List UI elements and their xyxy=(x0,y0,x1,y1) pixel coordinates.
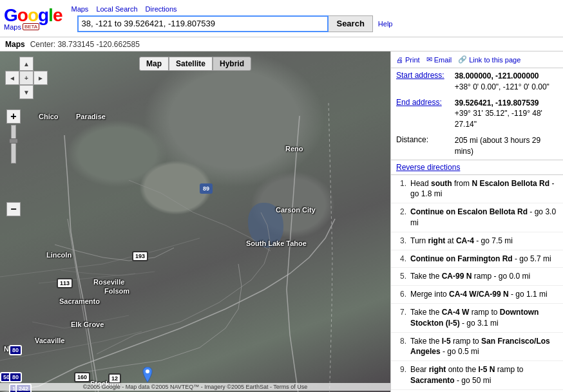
email-icon: ✉ xyxy=(426,55,432,64)
logo-maps: Maps BETA xyxy=(4,23,39,31)
step-text: Take the CA-99 N ramp - go 0.0 mi xyxy=(410,271,558,282)
step-text: Continue on Farmington Rd - go 5.7 mi xyxy=(410,254,558,265)
pan-west-button[interactable]: ◄ xyxy=(5,71,19,85)
search-input[interactable] xyxy=(77,15,329,32)
map-area[interactable]: ▲ ◄ + ► ▼ + − Map xyxy=(0,51,390,392)
distance-label: Distance: xyxy=(391,133,450,160)
reverse-directions-link[interactable]: Reverse directions xyxy=(391,160,563,175)
pan-east-button[interactable]: ► xyxy=(33,71,48,85)
pan-se-empty xyxy=(33,85,48,99)
logo-maps-text: Maps xyxy=(4,23,21,31)
step-text: Merge into CA-4 W/CA-99 N - go 1.1 mi xyxy=(410,289,558,300)
email-link[interactable]: ✉ Email xyxy=(426,55,452,64)
center-coords-value: 38.733145 -120.662585 xyxy=(57,40,139,49)
pan-south-button[interactable]: ▼ xyxy=(19,85,33,99)
map-canvas[interactable]: ▲ ◄ + ► ▼ + − Map xyxy=(0,51,390,392)
pan-grid: ▲ ◄ + ► ▼ xyxy=(5,57,48,99)
search-area: Search Help xyxy=(77,15,559,32)
panel-actions: 🖨 Print ✉ Email 🔗 Link to this page xyxy=(391,51,563,68)
map-pin-start xyxy=(142,367,153,382)
step-item: 8.Take the I-5 ramp to San Francisco/Los… xyxy=(391,333,563,362)
pan-ne-empty xyxy=(33,57,48,71)
end-address-value: 39.526421, -119.807539 +39° 31' 35.12", … xyxy=(450,95,563,133)
step-item: 1.Head south from N Escalon Bellota Rd -… xyxy=(391,175,563,204)
step-number: 5. xyxy=(396,271,406,282)
step-text: Turn right at CA-4 - go 7.5 mi xyxy=(410,236,558,247)
logo-g: G xyxy=(4,5,17,25)
zoom-in-button[interactable]: + xyxy=(6,109,21,124)
step-item: 3.Turn right at CA-4 - go 7.5 mi xyxy=(391,232,563,250)
center-label: Center: xyxy=(30,40,55,49)
main-content: ▲ ◄ + ► ▼ + − Map xyxy=(0,51,563,392)
step-item: 4.Continue on Farmington Rd - go 5.7 mi xyxy=(391,250,563,268)
zoom-out-button[interactable]: − xyxy=(6,202,21,216)
step-text: Bear right onto the I-5 N ramp to Sacram… xyxy=(410,364,558,386)
step-item: 9.Bear right onto the I-5 N ramp to Sacr… xyxy=(391,361,563,390)
pan-nw-empty xyxy=(5,57,19,71)
end-address-label[interactable]: End address: xyxy=(391,95,450,133)
map-type-map-button[interactable]: Map xyxy=(139,57,169,71)
start-address-label[interactable]: Start address: xyxy=(391,68,450,95)
center-coords: Center: 38.733145 -120.662585 xyxy=(30,40,140,49)
step-number: 6. xyxy=(396,289,406,300)
step-text: Take the CA-4 W ramp to Downtown Stockto… xyxy=(410,307,558,329)
steps-list: 1.Head south from N Escalon Bellota Rd -… xyxy=(391,175,563,392)
header: Google Maps BETA Maps Local Search Direc… xyxy=(0,0,563,37)
logo-l: l xyxy=(48,5,53,25)
hwy-shield-80b: 80 xyxy=(9,372,22,382)
zoom-controls: + − xyxy=(6,109,21,216)
hwy-shield-193: 193 xyxy=(132,251,148,261)
start-address-row: Start address: 38.000000, -121.000000 +3… xyxy=(391,68,563,95)
step-number: 3. xyxy=(396,236,406,247)
step-text: Head south from N Escalon Bellota Rd - g… xyxy=(410,178,558,200)
link-to-page-link[interactable]: 🔗 Link to this page xyxy=(458,55,520,64)
printer-icon: 🖨 xyxy=(396,56,403,64)
hwy-shield-89: 89 xyxy=(200,183,213,194)
step-number: 2. xyxy=(396,207,406,229)
step-item: 6.Merge into CA-4 W/CA-99 N - go 1.1 mi xyxy=(391,286,563,304)
step-number: 4. xyxy=(396,254,406,265)
logo-o1: o xyxy=(17,5,28,25)
hwy-shield-80: 80 xyxy=(9,345,22,355)
step-item: 2.Continue on Escalon Bellota Rd - go 3.… xyxy=(391,203,563,232)
link-icon: 🔗 xyxy=(458,55,467,64)
step-number: 7. xyxy=(396,307,406,329)
directions-panel: 🖨 Print ✉ Email 🔗 Link to this page Star… xyxy=(390,51,563,392)
logo-beta: BETA xyxy=(23,23,39,30)
map-type-controls: Map Satellite Hybrid xyxy=(139,57,251,71)
hwy-shield-113: 113 xyxy=(57,278,73,288)
zoom-thumb[interactable] xyxy=(9,138,18,144)
step-number: 8. xyxy=(396,336,406,358)
map-type-hybrid-button[interactable]: Hybrid xyxy=(213,57,251,71)
end-dms: +39° 31' 35.12", -119° 48' 27.14" xyxy=(455,109,542,129)
start-dms: +38° 0' 0.00", -121° 0' 0.00" xyxy=(455,82,549,91)
pan-north-button[interactable]: ▲ xyxy=(19,57,33,71)
nav-links: Maps Local Search Directions xyxy=(71,5,559,13)
logo-g2: g xyxy=(38,5,48,25)
hwy-shield-160: 160 xyxy=(74,372,90,382)
end-coords: 39.526421, -119.807539 xyxy=(455,98,539,107)
distance-value: 205 mi (about 3 hours 29 mins) xyxy=(450,133,563,160)
step-text: Take the I-5 ramp to San Francisco/Los A… xyxy=(410,336,558,358)
nav-local-search[interactable]: Local Search xyxy=(96,5,137,13)
print-link[interactable]: 🖨 Print xyxy=(396,56,420,64)
nav-directions[interactable]: Directions xyxy=(146,5,177,13)
svg-point-0 xyxy=(146,369,149,373)
hwy-shield-12: 12 xyxy=(108,373,121,384)
end-address-row: End address: 39.526421, -119.807539 +39°… xyxy=(391,95,563,133)
step-number: 9. xyxy=(396,364,406,386)
map-type-satellite-button[interactable]: Satellite xyxy=(169,57,213,71)
help-link[interactable]: Help xyxy=(378,20,393,28)
roads-overlay xyxy=(0,51,390,392)
search-button[interactable]: Search xyxy=(329,15,372,32)
step-item: 7.Take the CA-4 W ramp to Downtown Stock… xyxy=(391,304,563,333)
zoom-track[interactable] xyxy=(11,125,16,163)
sub-header: Maps Center: 38.733145 -120.662585 xyxy=(0,37,563,51)
start-address-value: 38.000000, -121.000000 +38° 0' 0.00", -1… xyxy=(450,68,563,95)
step-item: 5.Take the CA-99 N ramp - go 0.0 mi xyxy=(391,268,563,286)
logo-area: Google Maps BETA xyxy=(4,6,62,31)
nav-maps[interactable]: Maps xyxy=(71,5,88,13)
pan-center-button[interactable]: + xyxy=(19,71,33,85)
address-table: Start address: 38.000000, -121.000000 +3… xyxy=(391,68,563,160)
step-number: 1. xyxy=(396,178,406,200)
